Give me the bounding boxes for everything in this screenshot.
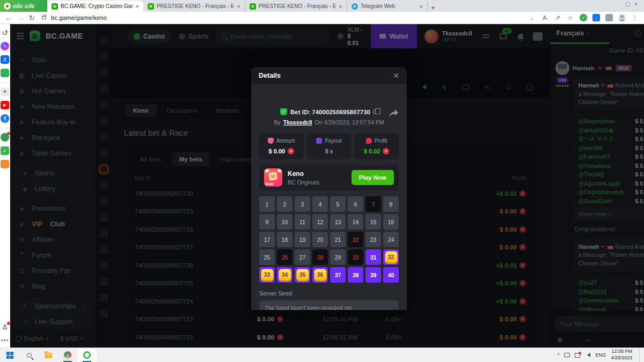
tab-close-icon[interactable]: × bbox=[237, 3, 240, 10]
taskbar-search-icon[interactable] bbox=[19, 348, 39, 362]
download-manager-icon[interactable]: ↓ bbox=[592, 14, 600, 21]
download-icon[interactable]: ↓ bbox=[528, 14, 536, 21]
stat-label: Payout bbox=[325, 138, 341, 144]
tab-favicon: b bbox=[352, 3, 358, 10]
browser-tab[interactable]: b PRESTIGE KENO - Français - E × bbox=[245, 1, 347, 12]
bet-details-modal: Details ✕ ✓ Bet ID: 74000250695807730 By… bbox=[251, 67, 407, 310]
coccoc-sidebar-icon[interactable]: Z bbox=[1, 55, 9, 64]
tab-close-icon[interactable]: × bbox=[339, 3, 342, 10]
bookmark-star-icon[interactable]: ☆ bbox=[567, 14, 574, 21]
game-provider[interactable]: BC Originals bbox=[288, 179, 319, 186]
server-seed-value: The Seed hasn't been revealed yet bbox=[259, 300, 399, 310]
keno-tile-number: 29 bbox=[335, 254, 341, 261]
keno-tile-number: 40 bbox=[388, 272, 394, 278]
keno-tile: 20 bbox=[312, 232, 328, 247]
copy-icon[interactable] bbox=[374, 109, 378, 114]
keno-tile: 5 bbox=[330, 196, 346, 212]
keno-tile: 36 bbox=[312, 267, 328, 283]
new-tab-button[interactable]: + bbox=[428, 4, 438, 12]
browser-tab[interactable]: b Telegram Web × bbox=[347, 1, 428, 12]
tray-time: 12:08 PM bbox=[611, 349, 632, 355]
translate-icon[interactable]: A bbox=[541, 14, 548, 21]
coccoc-sidebar-icon[interactable]: f bbox=[1, 114, 9, 123]
browser-menu-icon[interactable]: ⋮ bbox=[631, 14, 639, 21]
coccoc-sidebar-icon[interactable]: ↺ bbox=[1, 28, 9, 37]
share-icon[interactable] bbox=[389, 109, 398, 120]
keno-tile: 34 bbox=[277, 267, 292, 283]
keno-tile: 1 bbox=[259, 196, 275, 212]
stat-box: Payout 8 x ▼ bbox=[307, 133, 352, 159]
window-controls[interactable]: ▢× bbox=[625, 1, 642, 7]
keno-tile-number: 19 bbox=[299, 237, 306, 243]
browser-tab[interactable]: b BC.GAME: Crypto Casino Gar × bbox=[47, 1, 143, 12]
share-icon[interactable]: ↗ bbox=[554, 14, 561, 21]
profile-avatar-icon[interactable] bbox=[618, 14, 626, 21]
stat-icon bbox=[316, 138, 322, 144]
action-center-icon[interactable] bbox=[575, 353, 580, 358]
tab-close-icon[interactable]: × bbox=[419, 3, 422, 10]
file-explorer-icon[interactable] bbox=[39, 348, 58, 362]
back-icon[interactable]: ← bbox=[5, 14, 12, 22]
keno-tile: 40 bbox=[383, 267, 399, 283]
reload-icon[interactable]: ↻ bbox=[29, 14, 35, 22]
keno-tile-number: 33 bbox=[261, 269, 274, 282]
keno-tile-number: 24 bbox=[388, 237, 394, 243]
tab-close-icon[interactable]: × bbox=[135, 3, 138, 10]
keno-tile: 24 bbox=[383, 232, 399, 247]
coccoc-sidebar-icon[interactable]: ✓ bbox=[1, 146, 9, 155]
show-desktop-button[interactable] bbox=[639, 348, 642, 362]
modal-close-icon[interactable]: ✕ bbox=[393, 71, 399, 80]
keno-tile-number: 3 bbox=[301, 201, 304, 208]
coccoc-brand-label: cốc cốc bbox=[13, 3, 35, 9]
keno-tile: 6 bbox=[348, 196, 363, 212]
browser-tab[interactable]: b PRESTIGE KENO - Français - E × bbox=[143, 1, 245, 12]
volume-icon[interactable] bbox=[585, 353, 590, 357]
tray-expand-icon[interactable]: ^ bbox=[557, 352, 559, 358]
coccoc-sidebar-icon[interactable] bbox=[0, 82, 10, 83]
keno-tile: 33 bbox=[259, 267, 275, 283]
start-button[interactable] bbox=[0, 348, 19, 362]
coccoc-sidebar-icon[interactable] bbox=[1, 160, 9, 168]
coccoc-sidebar-icon[interactable] bbox=[1, 133, 9, 142]
lock-icon[interactable] bbox=[42, 16, 46, 19]
keno-tile-number: 39 bbox=[370, 272, 377, 278]
coccoc-sidebar-icon[interactable]: ϟ bbox=[1, 42, 9, 50]
clock[interactable]: 12:08 PM 4/29/2023 bbox=[611, 349, 634, 361]
play-now-button[interactable]: Play Now bbox=[352, 170, 394, 185]
tab-title: PRESTIGE KENO - Français - E bbox=[259, 3, 336, 9]
extensions-puzzle-icon[interactable] bbox=[605, 14, 613, 21]
keno-tile-number: 18 bbox=[282, 237, 288, 243]
tab-favicon: b bbox=[52, 3, 58, 10]
coccoc-sidebar-icon[interactable]: + bbox=[1, 87, 9, 96]
forward-icon[interactable]: → bbox=[17, 14, 24, 22]
chrome-icon[interactable] bbox=[58, 348, 77, 362]
coccoc-icon[interactable] bbox=[77, 348, 97, 362]
keno-tile-number: 2 bbox=[283, 201, 287, 208]
keno-tile: 22 bbox=[348, 232, 363, 247]
keno-tile-number: 8 bbox=[390, 201, 393, 208]
notifications-bell-icon[interactable]: Δ bbox=[1, 323, 9, 331]
stat-label: Profit bbox=[375, 138, 387, 144]
keno-tile: 29 bbox=[330, 249, 346, 265]
coccoc-extension-icon[interactable]: ✓ bbox=[580, 14, 587, 21]
more-dots-icon[interactable]: ••• bbox=[1, 336, 9, 344]
keno-tile: 2 bbox=[277, 196, 292, 212]
coccoc-sidebar-icon[interactable] bbox=[1, 69, 9, 77]
keno-tile-number: 30 bbox=[353, 254, 359, 261]
keno-tile: 23 bbox=[365, 232, 381, 247]
url-text[interactable]: bc.game/game/keno bbox=[51, 14, 523, 21]
keno-tile: 10 bbox=[277, 214, 292, 230]
keno-tile-number: 21 bbox=[335, 237, 341, 243]
keno-tile: 35 bbox=[295, 267, 310, 283]
network-icon[interactable] bbox=[564, 353, 570, 357]
keno-tile-number: 37 bbox=[335, 272, 341, 278]
coccoc-sidebar-icon[interactable] bbox=[0, 128, 10, 128]
keno-tile: 12 bbox=[312, 214, 328, 230]
keno-tile-number: 5 bbox=[336, 201, 340, 208]
keno-tile: 15 bbox=[365, 214, 381, 230]
trx-coin-icon: ▼ bbox=[383, 148, 389, 154]
input-language[interactable]: ENG bbox=[595, 352, 606, 358]
keno-tile-number: 35 bbox=[296, 269, 309, 282]
player-link[interactable]: Tkssssdcll bbox=[283, 119, 312, 125]
coccoc-sidebar-icon[interactable]: ▶ bbox=[1, 101, 9, 109]
